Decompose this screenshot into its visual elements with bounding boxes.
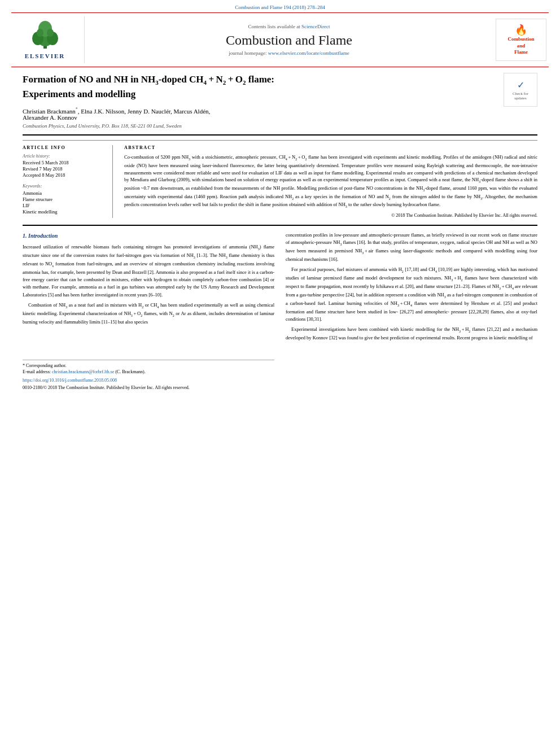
revised-date: Revised 7 May 2018 [23,166,106,172]
journal-citation-bar: Combustion and Flame 194 (2018) 278–284 [0,0,560,12]
article-info-column: ARTICLE INFO Article history: Received 5… [23,145,113,218]
body-para-1: Increased utilization of renewable bioma… [23,243,274,298]
page: Combustion and Flame 194 (2018) 278–284 … [0,0,560,747]
journal-homepage: journal homepage: www.elsevier.com/locat… [229,50,349,56]
check-updates-label: Check forupdates [513,91,528,101]
journal-title-area: Contents lists available at ScienceDirec… [85,16,493,63]
check-updates-badge: ✓ Check forupdates [504,73,537,107]
body-para-4: For practical purposes, fuel mixtures of… [286,266,537,323]
elsevier-tree-icon [25,20,65,51]
paper-title: Formation of NO and NH in NH3-doped CH4 … [23,73,498,101]
accepted-date: Accepted 8 May 2018 [23,172,106,178]
doi-link[interactable]: https://doi.org/10.1016/j.combustflame.2… [23,378,117,383]
science-direct-link[interactable]: ScienceDirect [301,24,330,29]
paper-title-section: Formation of NO and NH in NH3-doped CH4 … [23,73,537,136]
journal-citation-link[interactable]: Combustion and Flame 194 (2018) 278–284 [235,5,325,10]
email-line: E-mail address: christian.brackmann@forb… [23,369,274,375]
corresponding-author-note: * Corresponding author. [23,362,274,369]
body-two-columns: 1. Introduction Increased utilization of… [23,231,537,391]
history-label: Article history: [23,154,106,159]
keywords-section: Keywords: Ammonia Flame structure LIF Ki… [23,184,106,215]
body-content: 1. Introduction Increased utilization of… [23,225,537,391]
journal-logo-title: CombustionandFlame [508,36,534,56]
keyword-1: Ammonia [23,190,106,196]
abstract-text: Co-combustion of 5200 ppm NH3 with a sto… [124,154,537,209]
article-content: Formation of NO and NH in NH3-doped CH4 … [23,73,537,391]
elsevier-label: ELSEVIER [25,53,65,59]
copyright-line: © 2018 The Combustion Institute. Publish… [124,213,537,218]
homepage-link[interactable]: www.elsevier.com/locate/combustflame [268,50,349,56]
flame-icon: 🔥 [508,24,534,36]
keyword-2: Flame structure [23,196,106,202]
body-para-3: concentration profiles in low-pressure a… [286,231,537,263]
body-column-right: concentration profiles in low-pressure a… [286,231,537,391]
abstract-title: ABSTRACT [124,145,537,150]
authors: Christian Brackmann*, Elna J.K. Nilsson,… [23,107,498,121]
svg-point-5 [37,29,43,37]
contents-available-text: Contents lists available at ScienceDirec… [248,24,330,29]
elsevier-logo-area: ELSEVIER [11,16,85,63]
article-info-abstract-section: ARTICLE INFO Article history: Received 5… [23,140,537,218]
journal-header: ELSEVIER Contents lists available at Sci… [11,12,549,67]
checkmark-icon: ✓ [517,80,524,90]
keywords-label: Keywords: [23,184,106,189]
received-date: Received 5 March 2018 [23,160,106,165]
author-email-link[interactable]: christian.brackmann@forbrf.lth.se [52,369,114,374]
body-para-5: Experimental investigations have been co… [286,326,537,342]
journal-logo-box: 🔥 CombustionandFlame [496,19,546,61]
issn-line: 0010-2180/© 2018 The Combustion Institut… [23,385,274,391]
article-info-title: ARTICLE INFO [23,145,106,150]
affiliation: Combustion Physics, Lund University, P.O… [23,123,498,129]
keyword-3: LIF [23,203,106,208]
doi-line: https://doi.org/10.1016/j.combustflame.2… [23,377,274,384]
keyword-4: Kinetic modelling [23,209,106,215]
paper-title-text: Formation of NO and NH in NH3-doped CH4 … [23,73,498,129]
svg-point-6 [47,29,54,37]
body-para-2: Combustion of NH3 as a neat fuel and in … [23,302,274,326]
footnote-area: * Corresponding author. E-mail address: … [23,360,274,375]
section-1-heading: 1. Introduction [23,231,274,241]
abstract-column: ABSTRACT Co-combustion of 5200 ppm NH3 w… [124,145,537,218]
body-column-left: 1. Introduction Increased utilization of… [23,231,274,391]
journal-main-title: Combustion and Flame [226,33,352,48]
